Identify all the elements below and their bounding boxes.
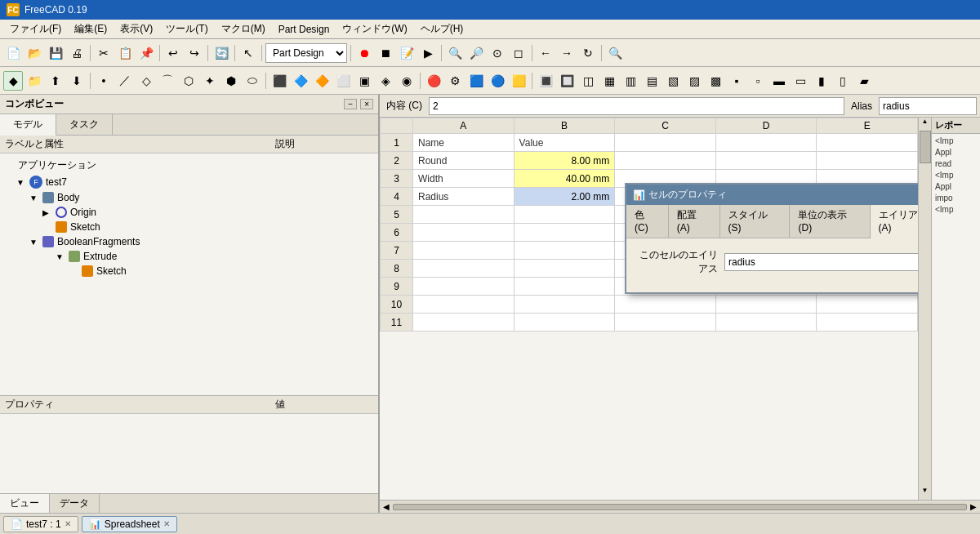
arr6[interactable]: ▤: [642, 71, 662, 91]
cell-C1[interactable]: [615, 134, 716, 152]
draw5[interactable]: ⬡: [179, 71, 198, 91]
tree-origin[interactable]: ▶ Origin: [0, 205, 378, 220]
redo-button[interactable]: ↪: [185, 43, 204, 63]
menu-edit[interactable]: 編集(E): [68, 20, 114, 38]
cell-A9[interactable]: [413, 278, 514, 296]
arr10[interactable]: ▪: [727, 71, 746, 91]
solid7[interactable]: ◉: [397, 71, 416, 91]
arr9[interactable]: ▩: [706, 71, 725, 91]
draw3[interactable]: ◇: [136, 71, 156, 91]
arr8[interactable]: ▨: [684, 71, 704, 91]
mod2[interactable]: ⚙: [445, 71, 465, 91]
zoom-fit[interactable]: 🔍: [445, 43, 465, 63]
view3[interactable]: ⊙: [488, 43, 507, 63]
cell-A6[interactable]: [413, 224, 514, 242]
arr16[interactable]: ▰: [854, 71, 874, 91]
undock-button[interactable]: −: [344, 99, 357, 109]
cell-B5[interactable]: [514, 206, 615, 224]
tab-spreadsheet-close[interactable]: ✕: [163, 519, 170, 528]
vscroll-down[interactable]: ▼: [919, 487, 931, 500]
open-button[interactable]: 📂: [24, 43, 44, 63]
solid1[interactable]: ⬛: [270, 71, 289, 91]
new-button[interactable]: 📄: [3, 43, 23, 63]
tab-task[interactable]: タスク: [56, 114, 113, 135]
tree-sketch2[interactable]: Sketch: [0, 264, 378, 278]
arr13[interactable]: ▭: [791, 71, 810, 91]
menu-view[interactable]: 表示(V): [114, 20, 159, 38]
content-input[interactable]: [429, 97, 844, 115]
draw6[interactable]: ✦: [200, 71, 220, 91]
tree-test7[interactable]: ▼ F test7: [0, 174, 378, 190]
arr7[interactable]: ▧: [663, 71, 683, 91]
mod3[interactable]: 🟦: [466, 71, 486, 91]
mod4[interactable]: 🔵: [488, 71, 507, 91]
solid2[interactable]: 🔷: [291, 71, 310, 91]
draw7[interactable]: ⬢: [221, 71, 241, 91]
cell-B1[interactable]: Value: [514, 134, 615, 152]
cut-button[interactable]: ✂: [94, 43, 114, 63]
arr12[interactable]: ▬: [769, 71, 789, 91]
stop-button[interactable]: ⏹: [376, 43, 395, 63]
cell-D11[interactable]: [715, 314, 817, 332]
arr1[interactable]: 🔳: [536, 71, 555, 91]
arr14[interactable]: ▮: [812, 71, 831, 91]
cprop-tab-color[interactable]: 色 (C): [626, 205, 669, 238]
tab-test7-close[interactable]: ✕: [65, 519, 71, 528]
cell-A5[interactable]: [413, 206, 514, 224]
cell-A4[interactable]: Radius: [413, 188, 514, 206]
menu-window[interactable]: ウィンドウ(W): [336, 20, 413, 38]
arr4[interactable]: ▦: [599, 71, 619, 91]
arr2[interactable]: 🔲: [557, 71, 577, 91]
cell-B2[interactable]: 8.00 mm: [514, 152, 615, 170]
cell-B4[interactable]: 2.00 mm: [514, 188, 615, 206]
cell-A2[interactable]: Round: [413, 152, 514, 170]
tree-sketch1[interactable]: Sketch: [0, 220, 378, 234]
tab-model[interactable]: モデル: [0, 114, 56, 136]
solid4[interactable]: ⬜: [333, 71, 353, 91]
cell-E10[interactable]: [817, 296, 918, 314]
part2[interactable]: 📁: [24, 71, 44, 91]
menu-file[interactable]: ファイル(F): [3, 20, 68, 38]
paste-button[interactable]: 📌: [136, 43, 156, 63]
cprop-tab-alias[interactable]: エイリアス (A): [871, 205, 918, 238]
alias-input[interactable]: [879, 97, 977, 115]
select-button[interactable]: ↖: [238, 43, 258, 63]
menu-help[interactable]: ヘルプ(H): [414, 20, 470, 38]
cell-E2[interactable]: [817, 152, 918, 170]
solid5[interactable]: ▣: [354, 71, 374, 91]
cprop-tab-align[interactable]: 配置 (A): [669, 205, 720, 238]
arr3[interactable]: ◫: [578, 71, 598, 91]
menu-tools[interactable]: ツール(T): [159, 20, 214, 38]
workbench-dropdown[interactable]: Part Design: [265, 43, 347, 63]
vscroll-up[interactable]: ▲: [919, 118, 931, 131]
undo-button[interactable]: ↩: [163, 43, 183, 63]
record-button[interactable]: ⏺: [354, 43, 374, 63]
close-combo[interactable]: ×: [360, 99, 373, 109]
cell-B11[interactable]: [514, 314, 615, 332]
tree-extrude[interactable]: ▼ Extrude: [0, 249, 378, 264]
cell-C10[interactable]: [615, 296, 716, 314]
macro-edit[interactable]: 📝: [397, 43, 416, 63]
cell-D2[interactable]: [715, 152, 817, 170]
save-button[interactable]: 💾: [46, 43, 65, 63]
nav3[interactable]: ↻: [578, 43, 598, 63]
hscrollbar[interactable]: ◀ ▶: [380, 500, 980, 513]
refresh-button[interactable]: 🔄: [212, 43, 231, 63]
nav-fwd[interactable]: →: [557, 43, 577, 63]
cell-C11[interactable]: [615, 314, 716, 332]
tree-body[interactable]: ▼ Body: [0, 190, 378, 205]
cell-A3[interactable]: Width: [413, 170, 514, 188]
zoom-in2[interactable]: 🔍: [605, 43, 625, 63]
cell-A11[interactable]: [413, 314, 514, 332]
arr15[interactable]: ▯: [833, 71, 853, 91]
cell-B9[interactable]: [514, 278, 615, 296]
cell-A7[interactable]: [413, 242, 514, 260]
nav-back[interactable]: ←: [536, 43, 555, 63]
part4[interactable]: ⬇: [67, 71, 87, 91]
draw2[interactable]: ／: [115, 71, 135, 91]
draw1[interactable]: •: [94, 71, 114, 91]
cell-B10[interactable]: [514, 296, 615, 314]
arr5[interactable]: ▥: [621, 71, 640, 91]
alias-field-input[interactable]: [724, 253, 918, 271]
cell-E11[interactable]: [817, 314, 918, 332]
